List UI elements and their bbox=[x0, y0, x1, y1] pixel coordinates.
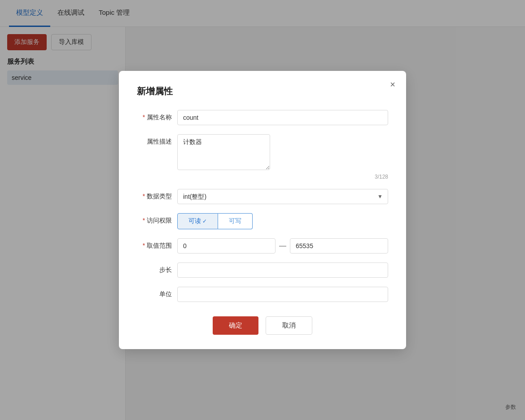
field-type-select-wrapper: int(整型) float(浮点型) string(字符串) bool(布尔型)… bbox=[177, 189, 388, 204]
field-desc-label: 属性描述 bbox=[137, 134, 177, 146]
field-range-label: 取值范围 bbox=[137, 238, 177, 250]
range-min-input[interactable] bbox=[177, 238, 276, 254]
field-type-select[interactable]: int(整型) float(浮点型) string(字符串) bool(布尔型) bbox=[177, 189, 388, 204]
access-group: 可读 可写 bbox=[177, 213, 253, 229]
cancel-button[interactable]: 取消 bbox=[266, 316, 312, 335]
field-type-row: 数据类型 int(整型) float(浮点型) string(字符串) bool… bbox=[137, 189, 388, 204]
confirm-button[interactable]: 确定 bbox=[213, 316, 258, 335]
field-access-row: 访问权限 可读 可写 bbox=[137, 213, 388, 229]
access-write-button[interactable]: 可写 bbox=[218, 213, 253, 229]
field-step-row: 步长 bbox=[137, 262, 388, 278]
field-access-label: 访问权限 bbox=[137, 213, 177, 225]
dialog-title: 新增属性 bbox=[137, 85, 388, 97]
field-name-label: 属性名称 bbox=[137, 110, 177, 122]
range-group: — bbox=[177, 238, 388, 254]
field-desc-wrapper: 计数器 3/128 bbox=[177, 134, 388, 180]
dialog: 新增属性 × 属性名称 属性描述 计数器 3/128 数据类型 int(整型) … bbox=[119, 71, 406, 349]
field-step-input[interactable] bbox=[177, 262, 388, 278]
field-range-row: 取值范围 — bbox=[137, 238, 388, 254]
field-desc-row: 属性描述 计数器 3/128 bbox=[137, 134, 388, 180]
range-dash: — bbox=[279, 242, 286, 250]
range-max-input[interactable] bbox=[290, 238, 388, 254]
field-unit-label: 单位 bbox=[137, 287, 177, 298]
field-name-input[interactable] bbox=[177, 110, 388, 125]
dialog-footer: 确定 取消 bbox=[137, 316, 388, 335]
field-step-label: 步长 bbox=[137, 262, 177, 274]
field-unit-row: 单位 bbox=[137, 287, 388, 302]
char-count: 3/128 bbox=[177, 174, 388, 180]
close-button[interactable]: × bbox=[390, 80, 395, 89]
field-unit-input[interactable] bbox=[177, 287, 388, 302]
modal-overlay: 新增属性 × 属性名称 属性描述 计数器 3/128 数据类型 int(整型) … bbox=[0, 0, 525, 420]
field-type-label: 数据类型 bbox=[137, 189, 177, 201]
field-name-row: 属性名称 bbox=[137, 110, 388, 125]
field-desc-textarea[interactable]: 计数器 bbox=[177, 134, 270, 170]
access-read-button[interactable]: 可读 bbox=[177, 213, 218, 229]
